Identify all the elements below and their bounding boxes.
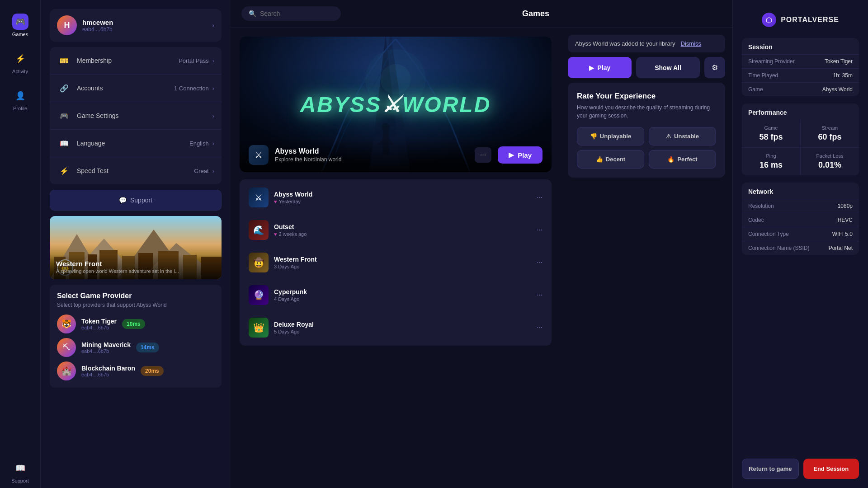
game-thumb-0: ⚔ — [249, 188, 269, 207]
menu-item-speed-test[interactable]: ⚡ Speed Test Great › — [50, 157, 222, 184]
menu-item-membership[interactable]: 🎫 Membership Portal Pass › — [50, 47, 222, 75]
featured-game-name: Abyss World — [275, 147, 468, 155]
network-label-3: Connection Name (SSID) — [748, 245, 809, 251]
provider-section-subtitle: Select top providers that support Abyss … — [57, 302, 214, 308]
play-button[interactable]: ▶ Play — [568, 57, 632, 78]
games-grid: ⚔ Abyss World ♥ Yesterday ··· 🌊 — [240, 179, 552, 346]
return-to-game-button[interactable]: Return to game — [742, 459, 799, 479]
support-icon: 💬 — [119, 197, 127, 204]
perf-value-stream: 60 fps — [807, 132, 853, 142]
game-list-meta-4: 5 Days Ago — [274, 329, 531, 334]
game-list-name-0: Abyss World — [274, 191, 531, 198]
game-settings-icon: 🎮 — [57, 108, 71, 123]
provider-name-2: Blockchain Baron — [81, 365, 135, 372]
network-label-0: Resolution — [748, 203, 774, 209]
provider-section: Select Game Provider Select top provider… — [50, 285, 222, 388]
rating-btn-unstable[interactable]: ⚠ Unstable — [649, 127, 716, 145]
sidebar-item-profile[interactable]: 👤 Profile — [0, 83, 40, 116]
search-icon: 🔍 — [249, 10, 256, 17]
provider-id-2: eab4....6b7b — [81, 372, 135, 377]
game-list-more-2[interactable]: ··· — [537, 258, 542, 267]
session-row-label-2: Game — [748, 86, 763, 93]
membership-chevron: › — [212, 57, 214, 64]
network-value-2: WIFI 5.0 — [832, 231, 853, 237]
end-session-button[interactable]: End Session — [803, 459, 859, 479]
game-thumb-2: 🤠 — [249, 253, 269, 272]
session-panel: ⬡ PORTALVERSE Session Streaming Provider… — [732, 0, 868, 488]
game-list-item-3[interactable]: 🔮 Cyperpunk 4 Days Ago ··· — [243, 281, 548, 310]
sidebar-item-support[interactable]: 📖 Support — [0, 455, 40, 488]
play-btn-icon: ▶ — [589, 64, 594, 71]
game-list-item-0[interactable]: ⚔ Abyss World ♥ Yesterday ··· — [243, 183, 548, 212]
rating-btn-perfect[interactable]: 🔥 Perfect — [649, 150, 716, 169]
notification-text: Abyss World was added to your library — [575, 40, 675, 47]
top-bar: 🔍 Games — [231, 0, 732, 28]
menu-item-language[interactable]: 📖 Language English › — [50, 130, 222, 157]
search-input[interactable] — [260, 10, 334, 17]
session-row-label-1: Time Played — [748, 72, 778, 79]
game-promo-overlay: Western Front A sprawling open-world Wes… — [50, 254, 222, 279]
sidebar-item-activity[interactable]: ⚡ Activity — [0, 46, 40, 79]
play-btn-label: Play — [598, 64, 611, 71]
rating-subtitle: How would you describe the quality of st… — [577, 103, 716, 120]
network-title: Network — [742, 183, 859, 199]
rating-btn-unplayable[interactable]: 👎 Unplayable — [577, 127, 644, 145]
session-row-value-1: 1h: 35m — [833, 72, 853, 79]
rating-btn-decent[interactable]: 👍 Decent — [577, 150, 644, 169]
settings-icon: ⚙ — [712, 64, 718, 71]
network-row-1: Codec HEVC — [742, 213, 859, 227]
network-row-3: Connection Name (SSID) Portal Net — [742, 241, 859, 255]
perf-label-packet-loss: Packet Loss — [807, 153, 853, 159]
game-promo-desc: A sprawling open-world Western adventure… — [56, 268, 215, 274]
profile-icon: 👤 — [12, 88, 28, 104]
support-button[interactable]: 💬 Support — [50, 190, 222, 211]
game-list-item-2[interactable]: 🤠 Western Front 3 Days Ago ··· — [243, 248, 548, 277]
search-box[interactable]: 🔍 — [241, 6, 341, 21]
user-card[interactable]: H hmcewen eab4....6b7b › — [50, 9, 222, 42]
session-row-value-0: Token Tiger — [825, 58, 853, 65]
session-title: Session — [742, 38, 859, 54]
game-list-more-3[interactable]: ··· — [537, 291, 542, 299]
brand-name: PORTALVERSE — [781, 16, 839, 24]
menu-item-accounts[interactable]: 🔗 Accounts 1 Connection › — [50, 75, 222, 102]
game-list-more-4[interactable]: ··· — [537, 324, 542, 332]
user-name: hmcewen — [82, 19, 212, 26]
session-info-card: Session Streaming Provider Token Tiger T… — [742, 38, 859, 96]
game-thumb-4: 👑 — [249, 318, 269, 338]
game-list-meta-2: 3 Days Ago — [274, 264, 531, 269]
provider-avatar-2: 🏰 — [57, 361, 76, 380]
provider-item-2[interactable]: 🏰 Blockchain Baron eab4....6b7b 20ms — [57, 361, 214, 380]
language-chevron: › — [212, 140, 214, 147]
game-list-item-1[interactable]: 🌊 Outset ♥ 2 weeks ago ··· — [243, 216, 548, 244]
unstable-icon: ⚠ — [666, 133, 671, 140]
left-panel: H hmcewen eab4....6b7b › 🎫 Membership Po… — [41, 0, 231, 488]
sidebar-item-games[interactable]: 🎮 Games — [0, 9, 40, 42]
notification-dismiss[interactable]: Dismiss — [681, 40, 702, 47]
session-row-0: Streaming Provider Token Tiger — [742, 54, 859, 68]
menu-item-language-label: Language — [77, 140, 189, 147]
unplayable-icon: 👎 — [590, 133, 597, 140]
game-list-more-0[interactable]: ··· — [537, 193, 542, 202]
game-list-name-1: Outset — [274, 223, 531, 230]
perf-cell-stream: Stream 60 fps — [801, 120, 859, 147]
menu-item-game-settings[interactable]: 🎮 Game Settings › — [50, 102, 222, 130]
network-row-0: Resolution 1080p — [742, 199, 859, 213]
provider-name-0: Token Tiger — [81, 318, 117, 325]
featured-game-play-button[interactable]: ▶ Play — [498, 146, 542, 164]
provider-item-0[interactable]: 🐯 Token Tiger eab4....6b7b 10ms — [57, 314, 214, 333]
game-promo-card[interactable]: 🤠 Western Front A sprawling open-world W… — [50, 216, 222, 279]
featured-game-desc: Explore the Nordinian world — [275, 156, 468, 163]
show-all-button[interactable]: Show All — [636, 57, 700, 78]
settings-button[interactable]: ⚙ — [704, 57, 725, 78]
game-list-more-1[interactable]: ··· — [537, 226, 542, 234]
provider-name-1: Mining Maverick — [81, 341, 131, 348]
session-footer: Return to game End Session — [742, 459, 859, 479]
provider-ping-1: 14ms — [136, 343, 159, 352]
featured-game-more-button[interactable]: ··· — [475, 147, 491, 163]
play-icon: ▶ — [509, 151, 514, 159]
provider-item-1[interactable]: ⛏ Mining Maverick eab4....6b7b 14ms — [57, 338, 214, 357]
sidebar-item-activity-label: Activity — [12, 69, 28, 74]
sidebar-item-profile-label: Profile — [13, 106, 27, 111]
game-list-item-4[interactable]: 👑 Deluxe Royal 5 Days Ago ··· — [243, 313, 548, 342]
speed-test-icon: ⚡ — [57, 164, 71, 178]
